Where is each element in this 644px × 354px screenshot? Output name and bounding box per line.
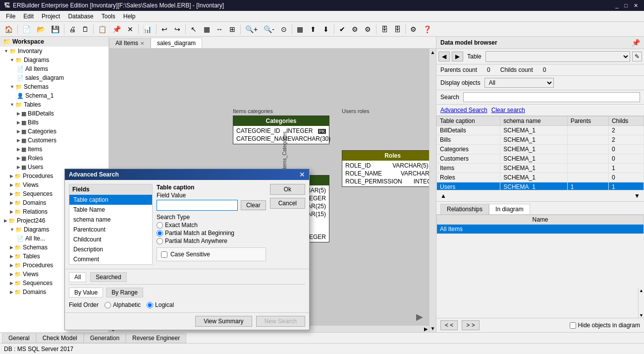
dialog-field-table-name[interactable]: Table Name: [69, 205, 152, 215]
case-sensitive-row: Case Sensitive: [157, 247, 266, 261]
radio-alphabetic: Alphabetic: [105, 301, 141, 308]
dialog-fields-header: Fields: [69, 184, 152, 195]
radio-partial-anywhere-label: Partial Match Anywhere: [165, 237, 227, 244]
dialog-fields-panel: Fields Table caption Table Name schema n…: [69, 184, 153, 265]
field-value-input[interactable]: [157, 200, 238, 211]
radio-partial-beginning-input[interactable]: [157, 230, 163, 236]
radio-exact-match-label: Exact Match: [165, 222, 198, 229]
dialog-right-panel: Table caption Field Value Clear Search T…: [157, 184, 266, 265]
radio-alphabetic-input[interactable]: [105, 302, 111, 308]
filter-all[interactable]: All: [69, 272, 86, 282]
ok-button[interactable]: Ok: [270, 184, 305, 195]
dialog-table-caption-title: Table caption: [157, 184, 266, 191]
radio-partial-beginning: Partial Match at Beginning: [157, 230, 266, 236]
filter-searched[interactable]: Searched: [90, 272, 126, 282]
dialog-table-caption-section: Table caption Field Value Clear Search T…: [157, 184, 266, 261]
by-range-tab[interactable]: By Range: [106, 288, 143, 297]
radio-logical: Logical: [147, 301, 174, 308]
radio-logical-label: Logical: [155, 301, 174, 308]
dialog-field-table-caption[interactable]: Table caption: [69, 195, 152, 205]
radio-exact-match-input[interactable]: [157, 222, 163, 229]
dialog-filter-row: All Searched: [69, 272, 305, 285]
dialog-overlay: Advanced Search ✕ Fields Table caption T…: [0, 0, 644, 354]
dialog-field-comment[interactable]: Comment: [69, 254, 152, 264]
advanced-search-dialog: Advanced Search ✕ Fields Table caption T…: [64, 169, 310, 330]
dialog-field-parentcount[interactable]: Parentcount: [69, 225, 152, 235]
new-search-button[interactable]: New Search: [256, 316, 305, 327]
dialog-side-buttons: Ok Cancel: [270, 184, 305, 265]
dialog-title-label: Advanced Search: [69, 171, 119, 178]
radio-partial-anywhere-input[interactable]: [157, 238, 163, 244]
radio-logical-input[interactable]: [147, 302, 153, 308]
search-type-label: Search Type: [157, 214, 266, 221]
field-value-label: Field Value: [157, 192, 266, 199]
field-order-section: Field Order Alphabetic Logical: [69, 300, 305, 309]
dialog-field-schema-name[interactable]: schema name: [69, 215, 152, 225]
dialog-body: Fields Table caption Table Name schema n…: [65, 180, 309, 269]
field-order-label: Field Order: [69, 301, 99, 308]
radio-partial-beginning-label: Partial Match at Beginning: [165, 230, 234, 236]
dialog-close-button[interactable]: ✕: [299, 171, 305, 178]
case-sensitive-checkbox[interactable]: [161, 251, 167, 258]
dialog-field-description[interactable]: Description: [69, 244, 152, 254]
radio-alphabetic-label: Alphabetic: [113, 301, 141, 308]
dialog-title-bar: Advanced Search ✕: [65, 169, 309, 180]
by-value-tab[interactable]: By Value: [69, 288, 103, 297]
dialog-bottom: All Searched By Value By Range Field Ord…: [65, 269, 309, 312]
view-summary-button[interactable]: View Summary: [195, 316, 252, 327]
radio-partial-anywhere: Partial Match Anywhere: [157, 237, 266, 244]
clear-button[interactable]: Clear: [241, 200, 266, 210]
dialog-by-tabs: By Value By Range: [69, 288, 305, 297]
dialog-field-childcount[interactable]: Childcount: [69, 235, 152, 244]
cancel-button[interactable]: Cancel: [270, 198, 305, 209]
field-value-row: Clear: [157, 200, 266, 211]
radio-exact-match: Exact Match: [157, 222, 266, 229]
case-sensitive-label: Case Sensitive: [170, 251, 210, 258]
dialog-action-row: View Summary New Search: [65, 312, 309, 330]
